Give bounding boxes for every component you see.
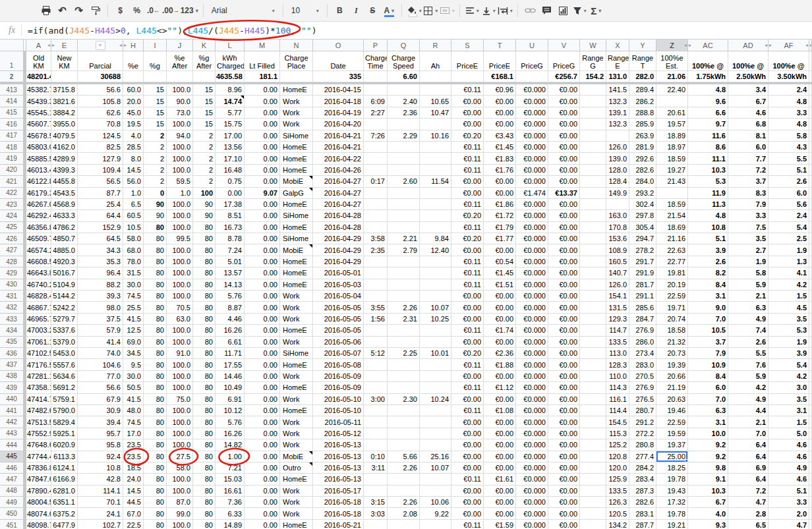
cell[interactable]: €0.00 [484,96,516,107]
cell[interactable]: 7.21 [216,462,245,474]
row-number[interactable]: 444 [0,439,24,451]
cell[interactable]: SiHome [280,130,313,142]
cell[interactable]: 5.66 [388,451,420,462]
cell[interactable]: 100.0 [167,291,193,302]
row-number[interactable]: 447 [0,474,24,485]
column-header-E[interactable]: E▸ [51,40,78,51]
cell[interactable] [580,497,606,508]
cell[interactable]: 25.4 [78,199,123,210]
cell[interactable] [580,394,606,405]
cell[interactable] [606,199,629,210]
cell[interactable]: 20.61 [656,107,688,119]
cell[interactable] [388,153,420,164]
cell[interactable]: 5.0 [768,428,809,439]
cell[interactable]: 100.0 [167,142,193,153]
cell[interactable] [809,428,812,439]
cell[interactable]: 2 [193,142,216,153]
cell[interactable]: 19.43 [656,486,688,497]
cell[interactable]: 6.8 [728,119,768,130]
cell[interactable]: 100.0 [167,371,193,382]
cell[interactable]: €0.00 [548,130,580,142]
cell[interactable]: 285.6 [629,302,656,313]
total-Z[interactable]: 21.06 [656,71,688,82]
cell[interactable]: HomeE [280,474,313,485]
cell[interactable]: €0.00 [451,416,484,428]
bold-button[interactable]: B [332,3,347,18]
row-number[interactable]: 449 [0,497,24,508]
cell[interactable]: 7.0 [688,394,728,405]
cell[interactable]: 5.76 [216,291,245,302]
cell[interactable]: 67.9 [78,394,123,405]
cell[interactable] [388,382,420,393]
cell[interactable]: 2016-05-03 [313,279,364,291]
cell[interactable]: 1.5 [768,291,809,302]
cell[interactable]: 45.0 [123,107,144,119]
cell[interactable]: 80 [144,439,167,451]
cell[interactable] [580,256,606,267]
column-header-Z[interactable]: Z◂ [656,40,688,51]
cell[interactable]: Work [280,439,313,451]
cell[interactable]: 24.0 [123,474,144,485]
cell[interactable]: 4.9 [728,394,768,405]
cell[interactable]: 80 [193,359,216,370]
cell[interactable]: 80 [193,416,216,428]
cell[interactable]: 287.3 [629,486,656,497]
cell[interactable] [420,153,451,164]
cell[interactable]: 5242.2 [51,302,78,313]
cell[interactable]: 75.0 [167,394,193,405]
cell[interactable]: 90.0 [167,96,193,107]
cell[interactable]: 45382.7 [26,84,51,96]
row-number[interactable]: 430 [0,279,24,291]
cell[interactable]: 20.73 [656,348,688,359]
cell[interactable]: 46509.7 [26,233,51,244]
cell[interactable]: 2.26 [388,462,420,474]
cell[interactable]: 87.0 [167,497,193,508]
cell[interactable]: 3.7 [688,337,728,348]
total-I[interactable] [144,71,167,82]
cell[interactable]: €0.00 [548,142,580,153]
cell[interactable]: 2:27 [364,107,388,119]
cell[interactable]: 21.19 [656,382,688,393]
cell[interactable] [809,337,812,348]
cell[interactable]: 129.3 [606,314,629,325]
cell[interactable]: 4.1 [768,267,809,279]
cell[interactable]: 5.6 [768,199,809,210]
cell[interactable]: 77.0 [78,371,123,382]
cell[interactable]: 100.0 [167,279,193,291]
cell[interactable]: 3.1 [768,405,809,416]
cell[interactable]: 19.5 [123,119,144,130]
row-number[interactable]: 423 [0,199,24,210]
cell[interactable]: 285.9 [629,119,656,130]
cell[interactable] [809,107,812,119]
cell[interactable]: 24.1 [78,508,123,519]
cell[interactable]: 276.9 [629,325,656,336]
cell[interactable]: 2016-04-18 [313,96,364,107]
cell[interactable]: 6.7 [688,497,728,508]
hidden-columns-icon[interactable]: ◂ [119,42,122,49]
cell[interactable]: 14.74 [216,96,245,107]
cell[interactable]: HomeE [280,405,313,416]
cell[interactable]: €0.11 [451,142,484,153]
cell[interactable]: €0.00 [484,439,516,451]
cell[interactable]: 0:17 [364,176,388,187]
cell[interactable]: 5691.2 [51,382,78,393]
cell[interactable]: 15 [144,96,167,107]
cell[interactable] [809,462,812,474]
cell[interactable]: 7.2 [728,165,768,176]
cell[interactable] [388,520,420,529]
cell[interactable]: 80 [193,256,216,267]
cell[interactable]: €0.000 [516,233,548,244]
cell[interactable]: €0.00 [548,84,580,96]
cell[interactable]: €0.00 [484,244,516,256]
cell[interactable]: 0.00 [245,222,280,233]
cell[interactable]: 44.5 [123,497,144,508]
cell[interactable]: 4.3 [768,142,809,153]
cell[interactable]: 80 [193,428,216,439]
cell[interactable]: 276.9 [629,382,656,393]
cell[interactable]: €0.00 [484,176,516,187]
cell[interactable]: 15 [193,96,216,107]
column-header-K[interactable]: K [193,40,216,51]
cell[interactable] [388,416,420,428]
cell[interactable]: 0.00 [245,119,280,130]
cell[interactable]: 80 [193,486,216,497]
